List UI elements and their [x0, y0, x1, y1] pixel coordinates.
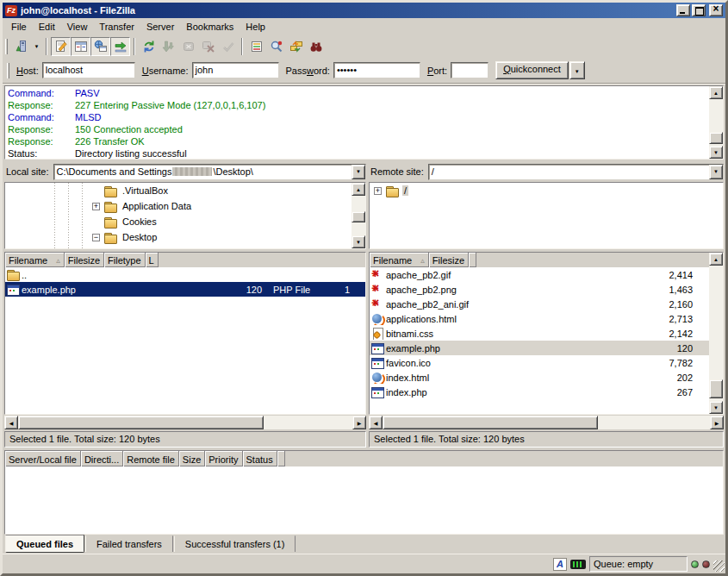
scroll-right-icon[interactable] [710, 416, 724, 429]
queue-column-header[interactable]: Server/Local file [5, 451, 81, 466]
file-row[interactable]: apache_pb2_ani.gif 2,160 [370, 297, 709, 311]
synchronized-browsing-icon[interactable] [286, 37, 306, 56]
scroll-up-icon[interactable] [352, 183, 365, 196]
remote-path-dropdown-icon[interactable] [709, 165, 723, 179]
resize-grip[interactable] [713, 560, 725, 572]
username-input[interactable]: john [192, 62, 279, 78]
folder-icon [103, 216, 117, 229]
scroll-down-icon[interactable] [352, 235, 365, 248]
toggle-message-log-icon[interactable] [51, 37, 71, 56]
file-row[interactable]: index.php 267 [370, 385, 709, 399]
column-header[interactable]: Filesize [429, 253, 469, 267]
menu-view[interactable]: View [61, 19, 94, 34]
tab-successful-transfers[interactable]: Successful transfers (1) [174, 535, 296, 554]
scrollbar-thumb[interactable] [709, 132, 723, 144]
scroll-left-icon[interactable] [4, 416, 18, 429]
file-row[interactable]: favicon.ico 7,782 [370, 355, 709, 370]
toolbar-gripper[interactable] [5, 39, 8, 54]
tree-expander-icon[interactable] [92, 203, 100, 210]
file-row[interactable]: example.php 120 [370, 341, 709, 355]
toggle-remote-tree-icon[interactable] [90, 37, 110, 56]
refresh-icon[interactable] [139, 37, 159, 56]
local-path-text: C:\Documents and Settings [57, 166, 172, 177]
local-tree-scrollbar[interactable] [352, 183, 365, 248]
tab-queued-files[interactable]: Queued files [5, 535, 84, 553]
minimize-button[interactable] [676, 4, 690, 16]
scroll-down-icon[interactable] [709, 146, 723, 159]
queue-list-area[interactable] [5, 466, 723, 534]
toggle-queue-icon[interactable] [110, 37, 130, 56]
column-header[interactable]: L [146, 253, 159, 267]
remote-hscrollbar[interactable] [369, 416, 724, 429]
host-input[interactable]: localhost [42, 62, 135, 78]
local-path-combo[interactable]: C:\Documents and Settings\Desktop\ [53, 164, 366, 180]
scroll-left-icon[interactable] [369, 416, 383, 429]
directory-comparison-icon[interactable] [246, 37, 266, 56]
queue-column-header[interactable]: Status [243, 451, 277, 466]
close-button[interactable] [709, 4, 723, 16]
clear-queue-icon[interactable] [218, 37, 238, 56]
local-hscrollbar[interactable] [4, 416, 366, 429]
column-header[interactable]: Filetype [104, 253, 146, 267]
local-path-dropdown-icon[interactable] [352, 165, 365, 179]
password-input[interactable]: •••••• [333, 62, 420, 78]
site-manager-dropdown[interactable] [31, 37, 42, 56]
scrollbar-thumb[interactable] [709, 379, 723, 398]
menu-server[interactable]: Server [140, 19, 180, 34]
tab-failed-transfers[interactable]: Failed transfers [85, 535, 173, 554]
queue-column-header[interactable]: Remote file [123, 451, 179, 466]
queue-column-header[interactable]: Directi... [81, 451, 123, 466]
queue-column-header[interactable] [277, 451, 285, 466]
remote-list-scrollbar[interactable] [709, 253, 723, 414]
scroll-down-icon[interactable] [709, 401, 723, 414]
disconnect-icon[interactable] [198, 37, 218, 56]
file-row[interactable]: apache_pb2.png 1,463 [370, 282, 709, 297]
quickbar-gripper[interactable] [7, 63, 9, 78]
tree-item[interactable]: .VirtualBox [5, 183, 365, 198]
scrollbar-thumb[interactable] [352, 211, 365, 222]
scroll-right-icon[interactable] [352, 416, 366, 429]
remote-path-combo[interactable]: / [428, 164, 724, 180]
tree-item[interactable]: Desktop [5, 229, 365, 245]
column-header[interactable]: Filename [370, 253, 429, 267]
toggle-local-tree-icon[interactable] [71, 37, 90, 56]
tree-item[interactable]: Application Data [5, 198, 365, 214]
queue-column-header[interactable]: Size [179, 451, 205, 466]
file-row[interactable]: .. [5, 267, 365, 282]
menu-transfer[interactable]: Transfer [93, 19, 140, 34]
maximize-button[interactable] [692, 4, 706, 16]
scroll-up-icon[interactable] [709, 86, 723, 99]
column-header[interactable]: Filesize [65, 253, 104, 267]
quickconnect-dropdown[interactable] [569, 61, 585, 79]
menu-bookmarks[interactable]: Bookmarks [180, 19, 240, 34]
scrollbar-thumb[interactable] [18, 416, 264, 429]
filter-icon[interactable] [306, 37, 326, 56]
speed-limit-display-icon[interactable] [570, 560, 586, 569]
column-header[interactable] [469, 253, 476, 267]
process-queue-icon[interactable] [159, 37, 178, 56]
file-row[interactable]: applications.html 2,713 [370, 311, 709, 326]
browser-panes: Local site: C:\Documents and Settings\De… [3, 160, 725, 448]
scrollbar-thumb[interactable] [383, 416, 598, 429]
find-files-icon[interactable] [266, 37, 286, 56]
menu-edit[interactable]: Edit [33, 19, 61, 34]
port-input[interactable] [451, 62, 488, 78]
menu-help[interactable]: Help [240, 19, 271, 34]
file-row[interactable]: apache_pb2.gif 2,414 [370, 267, 709, 282]
file-row[interactable]: bitnami.css 2,142 [370, 326, 709, 341]
tree-item[interactable]: Cookies [5, 214, 365, 229]
site-manager-icon[interactable] [11, 37, 31, 56]
file-row[interactable]: index.html 202 [370, 370, 709, 385]
log-scrollbar[interactable] [709, 86, 723, 159]
data-type-ascii-icon[interactable] [553, 558, 567, 571]
tree-expander-icon[interactable] [374, 187, 382, 195]
queue-column-header[interactable]: Priority [205, 451, 242, 466]
column-header[interactable]: Filename [5, 253, 65, 267]
tree-item[interactable]: / [370, 183, 723, 198]
tree-expander-icon[interactable] [92, 234, 100, 241]
quickconnect-button[interactable]: Quickconnect [495, 61, 569, 79]
cancel-operation-icon[interactable] [178, 37, 198, 56]
file-row[interactable]: example.php 120 PHP File 1 [5, 282, 365, 297]
scroll-up-icon[interactable] [709, 253, 723, 266]
menu-file[interactable]: File [5, 19, 33, 34]
